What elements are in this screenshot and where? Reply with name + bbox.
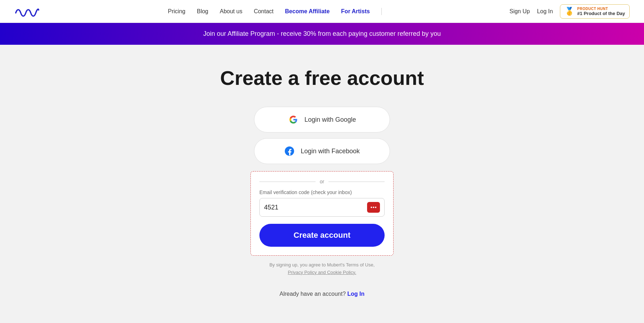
privacy-policy-link[interactable]: Privacy Policy and Cookie Policy. — [288, 270, 356, 275]
google-login-label: Login with Google — [304, 116, 356, 124]
or-divider: or — [259, 179, 385, 184]
facebook-icon — [284, 146, 295, 156]
nav-signup[interactable]: Sign Up — [509, 8, 530, 15]
already-text: Already have an account? — [279, 291, 346, 297]
nav-artists[interactable]: For Artists — [341, 8, 370, 15]
or-text: or — [320, 179, 324, 184]
nav-blog[interactable]: Blog — [197, 8, 208, 15]
nav-contact[interactable]: Contact — [254, 8, 273, 15]
email-input-row — [259, 198, 385, 217]
email-label: Email verification code (check your inbo… — [259, 189, 385, 195]
nav-pricing[interactable]: Pricing — [168, 8, 185, 15]
input-dots-icon[interactable] — [367, 202, 380, 213]
product-hunt-text: PRODUCT HUNT #1 Product of the Day — [577, 7, 625, 16]
main-content: Create a free account Login with Google … — [0, 45, 644, 319]
terms-text: By signing up, you agree to Mubert's Ter… — [269, 261, 375, 276]
nav-about[interactable]: About us — [220, 8, 242, 15]
svg-point-2 — [373, 207, 374, 208]
terms-line1: By signing up, you agree to Mubert's Ter… — [269, 262, 375, 267]
svg-point-1 — [371, 207, 372, 208]
navbar-links: Pricing Blog About us Contact Become Aff… — [168, 8, 381, 15]
nav-separator — [381, 8, 382, 15]
page-title: Create a free account — [220, 66, 424, 90]
product-hunt-badge[interactable]: 🥇 PRODUCT HUNT #1 Product of the Day — [560, 4, 630, 19]
facebook-login-button[interactable]: Login with Facebook — [254, 138, 390, 164]
product-hunt-medal: 🥇 — [565, 7, 574, 16]
banner-text: Join our Affiliate Program - receive 30%… — [203, 30, 441, 37]
navbar: Pricing Blog About us Contact Become Aff… — [0, 0, 644, 23]
product-hunt-label: PRODUCT HUNT — [577, 7, 625, 11]
create-account-button[interactable]: Create account — [259, 224, 385, 247]
affiliate-banner[interactable]: Join our Affiliate Program - receive 30%… — [0, 23, 644, 45]
product-hunt-title: #1 Product of the Day — [577, 11, 625, 16]
nav-affiliate[interactable]: Become Affiliate — [285, 8, 330, 15]
nav-login[interactable]: Log In — [537, 8, 553, 15]
divider-line-left — [259, 182, 316, 182]
google-login-button[interactable]: Login with Google — [254, 107, 390, 132]
already-account: Already have an account? Log In — [279, 291, 364, 297]
email-form-box: or Email verification code (check your i… — [250, 171, 394, 256]
login-link[interactable]: Log In — [347, 291, 365, 297]
divider-line-right — [328, 182, 385, 182]
navbar-right: Sign Up Log In 🥇 PRODUCT HUNT #1 Product… — [509, 4, 630, 19]
facebook-login-label: Login with Facebook — [301, 148, 360, 155]
svg-point-3 — [375, 207, 376, 208]
google-icon — [288, 114, 299, 125]
logo[interactable] — [14, 5, 40, 18]
email-verification-input[interactable] — [264, 204, 367, 211]
